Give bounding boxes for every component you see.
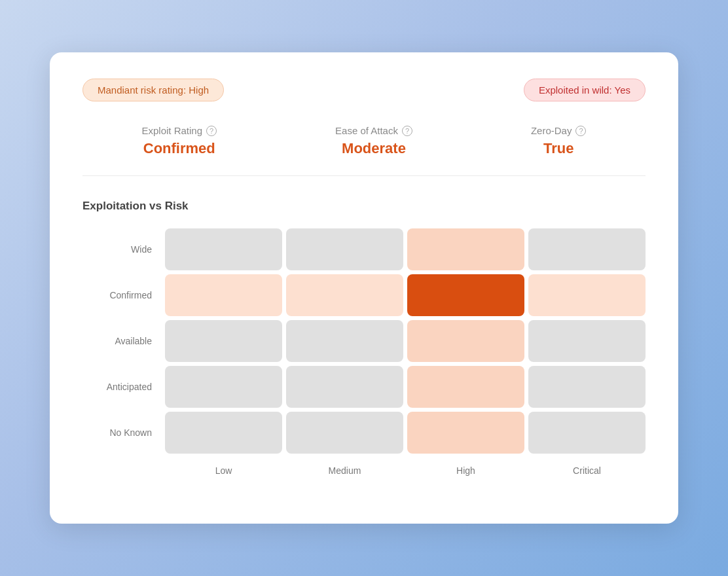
cell-wide-medium [286,228,403,270]
cell-wide-high [407,228,524,270]
col-label-low: Low [165,465,282,476]
cell-noknown-low [165,412,282,454]
badges-row: Mandiant risk rating: High Exploited in … [82,79,646,101]
metric-exploit-rating: Exploit Rating ? Confirmed [142,125,217,157]
row-label-confirmed: Confirmed [82,290,161,300]
row-label-available: Available [82,336,161,346]
cell-wide-low [165,228,282,270]
exploited-wild-badge: Exploited in wild: Yes [524,79,646,101]
main-card: Mandiant risk rating: High Exploited in … [50,52,678,524]
cell-confirmed-high [407,274,524,316]
cell-anticipated-critical [528,366,646,408]
section-title: Exploitation vs Risk [82,200,646,213]
cell-noknown-medium [286,412,403,454]
cell-available-high [407,320,524,362]
cell-anticipated-high [407,366,524,408]
row-label-wide: Wide [82,244,161,255]
exploit-rating-help-icon[interactable]: ? [206,126,217,136]
metric-zero-day: Zero-Day ? True [531,125,587,157]
risk-rating-badge: Mandiant risk rating: High [82,79,224,101]
cell-confirmed-medium [286,274,403,316]
cell-available-critical [528,320,646,362]
zero-day-help-icon[interactable]: ? [575,126,586,136]
zero-day-value: True [543,140,573,157]
ease-of-attack-label: Ease of Attack ? [335,125,412,136]
exploit-rating-label: Exploit Rating ? [142,125,217,136]
col-label-critical: Critical [528,465,646,476]
cell-confirmed-critical [528,274,646,316]
cell-noknown-critical [528,412,646,454]
col-label-high: High [407,465,524,476]
cell-available-medium [286,320,403,362]
row-label-anticipated: Anticipated [82,382,161,392]
cell-anticipated-low [165,366,282,408]
cell-noknown-high [407,412,524,454]
exploit-rating-value: Confirmed [143,140,215,157]
cell-available-low [165,320,282,362]
col-label-medium: Medium [286,465,403,476]
ease-of-attack-help-icon[interactable]: ? [402,126,412,136]
exploitation-vs-risk-grid: Wide Confirmed Available Anticipated No … [82,228,646,484]
ease-of-attack-value: Moderate [342,140,406,157]
cell-wide-critical [528,228,646,270]
metrics-row: Exploit Rating ? Confirmed Ease of Attac… [82,125,646,176]
metric-ease-of-attack: Ease of Attack ? Moderate [335,125,412,157]
zero-day-label: Zero-Day ? [531,125,587,136]
cell-anticipated-medium [286,366,403,408]
row-label-no-known: No Known [82,427,161,438]
cell-confirmed-low [165,274,282,316]
